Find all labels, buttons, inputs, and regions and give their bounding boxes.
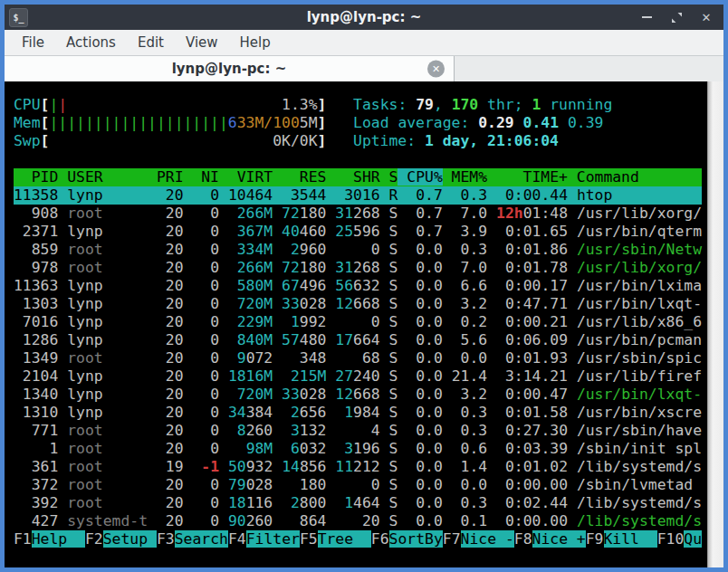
fkey-f4-filter[interactable]: F4Filter [228,530,300,548]
process-row[interactable]: 361 root 19 -1 50932 14856 11212 S 0.0 1… [14,458,702,476]
cell-ni: 0 [192,186,219,204]
process-table-header: PID USER PRI NI VIRT RES SHR S CPU% MEM%… [14,168,702,186]
fkey-f9-kill[interactable]: F9Kill [586,530,657,548]
process-row[interactable]: 978 root 20 0 266M 72180 31268 S 0.0 7.0… [14,259,702,277]
column-header-mem[interactable]: MEM% [443,168,487,186]
cell-command: /usr/sbin/spic [577,349,702,367]
cell-command: /usr/lib/xorg/ [577,205,702,222]
terminal-screen[interactable]: CPU[|| 1.3%] Tasks: 79, 170 thr; 1 runni… [5,81,723,567]
column-header-cpu[interactable]: CPU% [398,168,442,186]
mem-meter-label: Mem [14,114,41,131]
cell-cpu: 0.0 [407,458,442,475]
cell-pri: 20 [157,223,184,240]
process-row[interactable]: 392 root 20 0 18116 2800 1464 S 0.0 0.3 … [14,494,702,512]
cell-user: lynp [67,331,148,348]
column-header-command[interactable]: Command [568,168,639,186]
column-header-shr[interactable]: SHR [326,168,379,186]
fkey-f8-nice+[interactable]: F8Nice + [514,530,586,548]
fkey-f5-tree[interactable]: F5Tree [300,530,371,548]
cell-ni: 0 [192,476,219,493]
process-row[interactable]: 7016 lynp 20 0 229M 1992 0 S 0.0 0.2 0:0… [14,313,702,331]
cell-pri: 20 [157,476,184,493]
menu-item-view[interactable]: View [176,32,228,53]
process-row[interactable]: 2371 lynp 20 0 367M 40460 25596 S 0.7 3.… [14,223,702,241]
cell-command: /lib/systemd/s [577,458,702,475]
cell-state: S [389,331,398,348]
fkey-label: Tree [318,530,371,548]
column-header-user[interactable]: USER [58,168,148,186]
process-row[interactable]: 859 root 20 0 334M 2960 0 S 0.0 0.3 0:01… [14,241,702,259]
column-header-time[interactable]: TIME+ [487,168,568,186]
cell-ni: -1 [201,458,219,475]
menu-item-file[interactable]: File [12,32,54,53]
cell-user: lynp [67,277,148,294]
cell-user: lynp [67,223,148,240]
fkey-f2-setup[interactable]: F2Setup [85,530,157,548]
fkey-number: F1 [14,530,32,548]
cell-user: lynp [67,367,148,385]
process-row[interactable]: 2104 lynp 20 0 1816M 215M 27240 S 0.0 21… [14,367,702,386]
cell-pid: 908 [14,205,58,222]
cell-time: 0:00.17 [505,277,568,294]
cell-time: 0:00.00 [505,476,568,493]
cell-cpu: 0.0 [407,349,442,367]
process-row[interactable]: 427 systemd-t 20 0 90260 864 20 S 0.0 0.… [14,512,702,530]
process-row[interactable]: 1340 lynp 20 0 720M 33028 12668 S 0.0 3.… [14,386,702,404]
cell-state: S [389,386,398,403]
cell-mem: 1.4 [452,458,487,475]
function-key-bar: F1Help F2Setup F3SearchF4FilterF5Tree F6… [14,530,702,548]
cell-mem: 0.0 [452,476,487,493]
maximize-button[interactable] [670,11,683,24]
close-button[interactable]: ✕ [700,11,713,24]
process-row[interactable]: 1 root 20 0 98M 6032 3196 S 0.0 0.6 0:03… [14,440,702,458]
tab-bar: lynp@lyn-pc: ~ ✕ [5,55,723,81]
fkey-label: Search [175,530,228,548]
fkey-f1-help[interactable]: F1Help [14,530,85,548]
cell-pri: 20 [157,259,184,276]
scrollbar[interactable] [707,81,723,567]
process-row[interactable]: 1349 root 20 0 9072 348 68 S 0.0 0.0 0:0… [14,349,702,367]
process-row[interactable]: 11363 lynp 20 0 580M 67496 56632 S 0.0 6… [14,277,702,295]
process-row[interactable]: 908 root 20 0 266M 72180 31268 S 0.7 7.0… [14,205,702,223]
cell-pid: 978 [14,259,58,276]
cell-command: /usr/bin/lxima [577,277,702,294]
mem-meter: Mem[||||||||||||||||||||633M/1005M] Load… [14,114,702,132]
column-header-virt[interactable]: VIRT [219,168,273,186]
terminal-tab[interactable]: lynp@lyn-pc: ~ ✕ [5,56,455,81]
process-row[interactable]: 11358 lynp 20 0 10464 3544 3016 R 0.7 0.… [14,186,702,205]
column-header-pri[interactable]: PRI [148,168,183,186]
cell-state: S [389,277,398,294]
fkey-f6-sortby[interactable]: F6SortBy [371,530,443,548]
column-header-res[interactable]: RES [273,168,326,186]
cell-command: /usr/bin/pcman [577,331,702,348]
cell-cpu: 0.0 [407,277,442,294]
process-row[interactable]: 372 root 20 0 79028 180 0 S 0.0 0.0 0:00… [14,476,702,494]
process-row[interactable]: 1303 lynp 20 0 720M 33028 12668 S 0.0 3.… [14,295,702,313]
process-row[interactable]: 771 root 20 0 8260 3132 4 S 0.0 0.3 0:27… [14,422,702,440]
cell-user: root [67,349,148,367]
cell-time: 0:00.44 [505,186,568,204]
menu-item-edit[interactable]: Edit [128,32,174,53]
cell-user: root [67,476,148,493]
process-row[interactable]: 1310 lynp 20 0 34384 2656 1984 S 0.0 0.3… [14,404,702,422]
cell-state: S [389,259,398,276]
column-header-pid[interactable]: PID [14,168,58,186]
tab-close-icon[interactable]: ✕ [427,61,445,78]
menu-item-help[interactable]: Help [230,32,281,53]
fkey-f7-nice-[interactable]: F7Nice - [443,530,514,548]
column-header-s[interactable]: S [380,168,398,186]
menu-item-actions[interactable]: Actions [56,32,126,53]
cell-ni: 0 [192,494,219,511]
column-header-ni[interactable]: NI [184,168,219,186]
minimize-button[interactable] [640,11,653,24]
cell-pid: 392 [14,494,58,511]
cell-mem: 3.2 [452,386,487,403]
cell-mem: 7.0 [452,259,487,276]
fkey-f3-search[interactable]: F3Search [157,530,228,548]
menu-bar: FileActionsEditViewHelp [5,30,723,55]
process-row[interactable]: 1286 lynp 20 0 840M 57480 17664 S 0.0 5.… [14,331,702,349]
cell-ni: 0 [192,223,219,240]
cell-cpu: 0.7 [407,223,442,240]
fkey-f10-qu[interactable]: F10Qu [657,530,702,548]
cell-mem: 3.2 [452,295,487,312]
